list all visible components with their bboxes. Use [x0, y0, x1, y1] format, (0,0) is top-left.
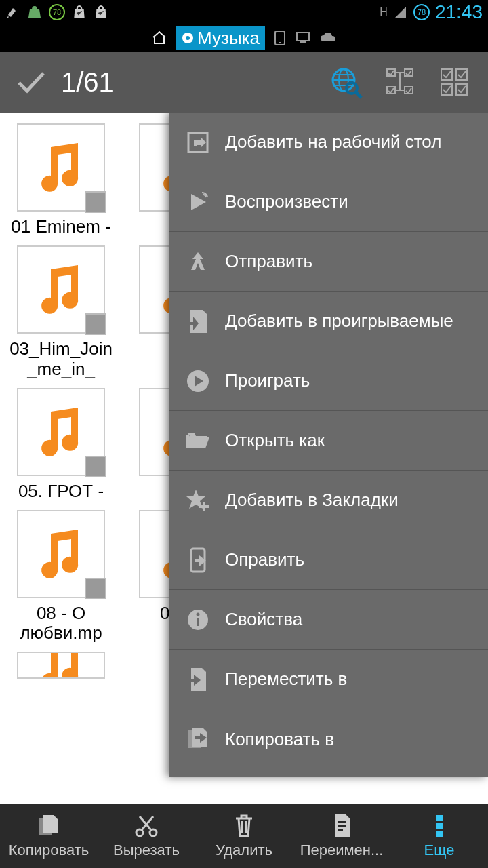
- delete-button[interactable]: Удалить: [195, 804, 293, 868]
- rename-button[interactable]: Переимен...: [293, 804, 390, 868]
- more-button[interactable]: Еще: [390, 804, 488, 868]
- music-file-icon: [17, 652, 105, 679]
- file-item[interactable]: 03_Him_Join_me_in_: [0, 241, 122, 384]
- copy-icon: [36, 813, 62, 839]
- svg-rect-6: [300, 41, 306, 43]
- menu-move-to[interactable]: Переместить в: [169, 650, 488, 709]
- cloud-icon[interactable]: [319, 32, 337, 44]
- svg-point-2: [186, 36, 190, 40]
- clock: 21:43: [435, 1, 483, 23]
- menu-label: Копировать в: [225, 729, 334, 750]
- svg-rect-42: [436, 831, 443, 837]
- svg-rect-40: [436, 815, 443, 821]
- battery-badge-blue: 78: [413, 4, 430, 20]
- music-file-icon: [17, 388, 105, 476]
- more-icon: [426, 813, 452, 839]
- menu-copy-to[interactable]: Копировать в: [169, 709, 488, 769]
- menu-label: Проиграть: [225, 370, 310, 391]
- music-file-icon: [17, 245, 105, 334]
- file-label: 08 - О любви.mp: [7, 604, 115, 644]
- svg-rect-39: [338, 829, 343, 831]
- add-playlist-icon: [184, 308, 211, 335]
- music-file-icon: [17, 510, 105, 598]
- svg-rect-41: [436, 823, 443, 829]
- context-menu: Добавить на рабочий стол Воспроизвести О…: [169, 113, 488, 777]
- play-icon: [184, 189, 211, 216]
- menu-open-as[interactable]: Открыть как: [169, 411, 488, 471]
- svg-point-32: [197, 612, 200, 616]
- usb-icon: [5, 5, 20, 20]
- svg-rect-22: [456, 69, 467, 80]
- breadcrumb-music[interactable]: Музыка: [176, 26, 265, 50]
- shopping-icon: [27, 5, 42, 20]
- home-icon[interactable]: [151, 30, 167, 46]
- select-all-icon[interactable]: [434, 62, 474, 102]
- svg-rect-28: [199, 505, 209, 508]
- svg-rect-31: [197, 618, 199, 626]
- menu-label: Переместить в: [225, 669, 347, 690]
- bottom-action-bar: Копировать Вырезать Удалить Переимен... …: [0, 804, 488, 868]
- sd-badge-icon: [85, 456, 106, 477]
- send-device-icon: [184, 547, 211, 574]
- move-to-icon: [184, 666, 211, 693]
- signal-icon: [393, 5, 408, 20]
- menu-label: Оправить: [225, 549, 304, 570]
- svg-rect-24: [456, 84, 467, 95]
- file-label: 05. ГРОТ -: [18, 481, 104, 502]
- menu-bookmark[interactable]: Добавить в Закладки: [169, 471, 488, 530]
- menu-label: Свойства: [225, 609, 302, 630]
- status-bar: 78 H 78 21:43: [0, 0, 488, 24]
- selection-toolbar: 1/61: [0, 52, 488, 113]
- menu-properties[interactable]: Свойства: [169, 590, 488, 650]
- svg-rect-5: [297, 33, 309, 41]
- menu-label: Добавить в Закладки: [225, 490, 399, 511]
- svg-rect-21: [441, 69, 452, 80]
- file-item[interactable]: [0, 648, 122, 688]
- phone-icon[interactable]: [273, 30, 287, 46]
- menu-label: Открыть как: [225, 430, 325, 451]
- copy-to-icon: [184, 726, 211, 753]
- menu-play-alt[interactable]: Проиграть: [169, 351, 488, 411]
- file-label: 03_Him_Join_me_in_: [7, 339, 115, 380]
- tree-view-icon[interactable]: [380, 62, 420, 102]
- svg-rect-38: [338, 825, 346, 827]
- search-web-icon[interactable]: [325, 62, 366, 102]
- selection-count: 1/61: [61, 67, 312, 98]
- status-left: 78: [5, 4, 108, 20]
- trash-icon: [231, 813, 257, 839]
- share-icon: [184, 248, 211, 275]
- network-type: H: [380, 6, 388, 18]
- bag-icon-2: [94, 5, 108, 20]
- bottom-label: Вырезать: [113, 842, 180, 859]
- file-item[interactable]: 01 Eminem -: [0, 119, 122, 241]
- copy-button[interactable]: Копировать: [0, 804, 98, 868]
- breadcrumb-label: Музыка: [197, 28, 260, 49]
- bottom-label: Еще: [424, 842, 455, 859]
- menu-label: Добавить на рабочий стол: [225, 132, 441, 153]
- svg-rect-37: [338, 821, 346, 823]
- play-circle-icon: [184, 368, 211, 395]
- menu-label: Отправить: [225, 251, 312, 272]
- rename-icon: [329, 813, 354, 839]
- computer-icon[interactable]: [295, 31, 311, 45]
- file-item[interactable]: 05. ГРОТ -: [0, 384, 122, 506]
- bottom-label: Удалить: [216, 842, 272, 859]
- svg-line-13: [356, 92, 361, 98]
- file-label: 01 Eminem -: [11, 217, 110, 237]
- bottom-label: Переимен...: [300, 842, 384, 859]
- status-right: H 78 21:43: [380, 1, 483, 23]
- confirm-icon[interactable]: [14, 65, 47, 99]
- menu-add-shortcut[interactable]: Добавить на рабочий стол: [169, 113, 488, 172]
- menu-send[interactable]: Отправить: [169, 232, 488, 292]
- svg-point-33: [136, 829, 143, 836]
- menu-play[interactable]: Воспроизвести: [169, 172, 488, 232]
- svg-rect-0: [30, 9, 39, 18]
- open-folder-icon: [184, 427, 211, 454]
- svg-point-34: [150, 829, 157, 836]
- file-item[interactable]: 08 - О любви.mp: [0, 506, 122, 648]
- menu-label: Воспроизвести: [225, 191, 348, 212]
- menu-send-alt[interactable]: Оправить: [169, 530, 488, 590]
- menu-add-playing[interactable]: Добавить в проигрываемые: [169, 292, 488, 351]
- cut-button[interactable]: Вырезать: [98, 804, 195, 868]
- bag-icon-1: [72, 5, 87, 20]
